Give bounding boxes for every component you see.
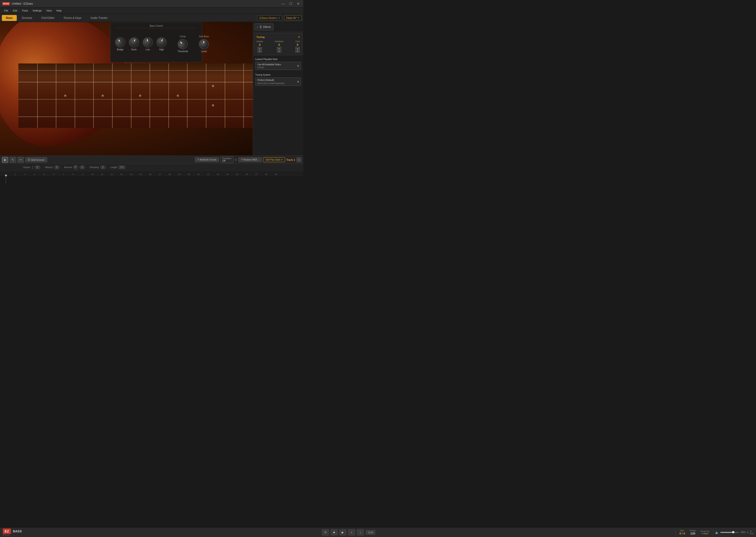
timeline-num-22: 22 [207,173,209,176]
knob-low: Low [143,37,153,51]
effects-button[interactable]: » 🎛 Effects [254,23,274,30]
menu-edit[interactable]: Edit [11,8,19,13]
minimize-button[interactable]: — [280,2,286,6]
bridge-knob[interactable] [113,35,127,49]
tab-drums-keys[interactable]: Drums & Keys [59,15,86,21]
param-octave-label: Octave [23,166,30,169]
fret-dot-12a [212,85,214,87]
window-controls: — ☐ ✕ [280,2,301,6]
right-top-controls: » 🎛 Effects [253,22,303,32]
cent-down-button[interactable]: ▼ [295,50,300,53]
menu-help[interactable]: Help [54,8,64,13]
octave-value: 0 [259,43,261,46]
timeline-num-5: 5 [44,173,45,176]
semitone-arrows: ▲ ▼ [277,47,282,53]
menu-settings[interactable]: Settings [30,8,44,13]
timeline-num-13: 13 [120,173,123,176]
fret-line-12 [243,63,244,128]
level-label: Level [201,50,207,53]
scissors-tool-button[interactable]: ✂ [18,157,24,163]
neck-knob[interactable] [128,36,140,49]
transition-select[interactable]: Transition Off [220,156,234,163]
pencil-tool-button[interactable]: ✎ [10,157,16,163]
add-track-button[interactable]: + [296,157,301,162]
fret-line-11 [225,63,225,128]
menu-view[interactable]: View [44,8,54,13]
select-tool-button[interactable]: ▶ [2,157,8,163]
add-groove-button[interactable]: ☰ Add Groove [25,157,47,162]
fret-line-1 [37,63,38,128]
amount-knob[interactable] [74,165,78,170]
param-length-label: Length [110,166,117,169]
timeline-num-20: 20 [188,173,190,176]
main-content: Bass Control Bridge Neck Low [0,22,303,155]
fret-line-2 [56,63,56,128]
semitone-up-button[interactable]: ▲ [277,47,282,50]
timeline-num-10: 10 [91,173,94,176]
level-knob[interactable] [199,39,209,49]
sound-preset-select[interactable]: Clean Di* ⇅ [284,16,301,20]
octave-param-arrows[interactable]: ▲ ▼ [32,166,33,169]
octave-up-button[interactable]: ▲ [257,47,262,50]
octave-down-arrow-icon[interactable]: ▼ [32,167,33,169]
maximize-button[interactable]: ☐ [288,2,294,6]
octave-up-arrow-icon[interactable]: ▲ [32,166,33,167]
timeline-num-6: 6 [53,173,55,176]
octave-label: Octave [256,40,263,43]
threshold-knob[interactable] [175,37,190,51]
timeline-num-18: 18 [169,173,171,176]
fret-line-10 [206,63,207,128]
lowest-note-select[interactable]: Use All Available Notes Default ⇅ [255,62,301,70]
fret-dot-12b [212,104,214,106]
timeline-num-3: 3 [24,173,25,176]
param-amount-label: Amount [64,166,72,169]
timeline-num-28: 28 [265,173,267,176]
comp-group: Comp Threshold [178,35,188,53]
bridge-label: Bridge [117,48,124,51]
tuning-octave-col: Octave 0 ▲ ▼ [256,40,263,53]
knob-threshold: Threshold [178,39,188,53]
tuning-system-sub: Each note is tuned separately [257,82,285,84]
sub-bass-group: Sub-Bass Level [199,35,209,53]
midi-grid-icon: ⠿ [241,158,243,161]
timeline-num-15: 15 [139,173,142,176]
edit-play-style-button[interactable]: Edit Play Style ▾ [263,157,285,162]
tab-bass[interactable]: Bass [2,15,17,21]
cent-up-button[interactable]: ▲ [295,47,300,50]
sequencer-toolbar: ▶ ✎ ✂ ☰ Add Groove ⠿ Add/Edit Chords Tra… [0,156,303,164]
lowest-note-section: Lowest Playable Note Use All Available N… [253,56,303,72]
chord-grid-icon: ⠿ [197,158,200,161]
knob-level: Level [199,39,209,53]
tuning-collapse-icon[interactable]: ∧ [298,35,300,38]
tab-grid-editor[interactable]: Grid Editor [37,15,58,21]
bass-control-title: Bass Control [115,24,197,28]
add-groove-icon: ☰ [28,158,30,161]
track-name: Track 1 [286,158,295,161]
menu-file[interactable]: File [2,8,11,13]
right-panel: » 🎛 Effects Tuning ∧ Octave 0 ▲ ▼ [253,22,303,155]
guitar-area: Bass Control Bridge Neck Low [0,22,253,155]
timeline-num-4: 4 [34,173,35,176]
menu-track[interactable]: Track [19,8,30,13]
low-knob[interactable] [142,36,154,48]
param-velocity-label: Velocity [45,166,53,169]
fret-line-9 [187,63,187,128]
semitone-down-button[interactable]: ▼ [277,50,282,53]
high-knob[interactable] [155,36,168,49]
timeline-num-26: 26 [246,173,248,176]
tuning-system-section: Tuning System Perfect (Default) Each not… [253,72,303,88]
params-row: Octave ▲ ▼ 0 Velocity 0 Amount 0 Damping… [0,164,303,171]
tab-audio-tracker[interactable]: Audio Tracker [86,15,112,21]
sound-preset-value: Clean Di* [286,17,297,19]
fret-line-7 [150,63,150,128]
add-edit-chords-button[interactable]: ⠿ Add/Edit Chords [195,157,219,162]
tuning-system-select[interactable]: Perfect (Default) Each note is tuned sep… [255,77,301,86]
close-button[interactable]: ✕ [295,2,301,6]
transition-arrows-icon[interactable]: ⇅ [235,158,237,161]
timeline-num-23: 23 [217,173,219,176]
octave-down-button[interactable]: ▼ [257,50,262,53]
replace-midi-button[interactable]: ⠿ Replace MIDI... [239,157,262,162]
tab-grooves[interactable]: Grooves [18,15,36,21]
param-octave-value: 0 [35,166,40,169]
instrument-preset-select[interactable]: EZbass Modern ⇅ [257,16,282,20]
